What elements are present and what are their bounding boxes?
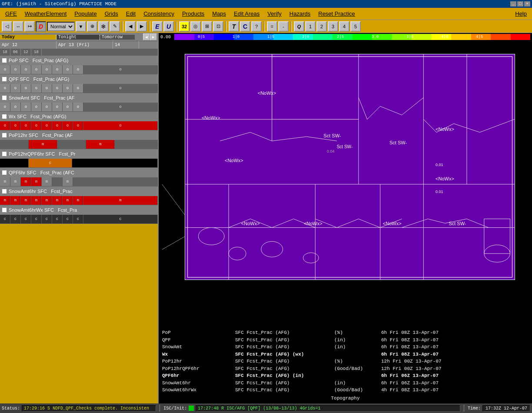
menu-products[interactable]: Products: [179, 10, 208, 18]
qpf-checkbox[interactable]: [2, 77, 7, 82]
snowamt6hrwx-c7: c: [73, 215, 83, 223]
pop12hr-c2: [57, 140, 86, 149]
scale-35: 3|5: [406, 35, 413, 39]
q-btn[interactable]: Q: [294, 21, 304, 32]
pop-cell-6: o: [63, 65, 73, 74]
pop12hrqpf6hr-checkbox[interactable]: [2, 151, 7, 157]
target-btn[interactable]: ⊕: [87, 21, 97, 32]
menu-hazards[interactable]: Hazards: [286, 10, 314, 18]
num4-btn[interactable]: 4: [339, 21, 349, 32]
num3-btn[interactable]: 3: [328, 21, 338, 32]
contour-btn[interactable]: ⊡: [213, 21, 223, 32]
pop12hrqpf6hr-row: PoP12hrQPF6hr SFC Fcst_Pr c: [0, 149, 158, 168]
wx-checkbox[interactable]: [2, 114, 7, 119]
legend-row-pop12hr: PoP12hr SFC Fcst_Prac (AFG) (%) 12h Fri …: [162, 358, 529, 365]
qpf-c0: o: [0, 84, 10, 93]
u-italic-btn[interactable]: U: [163, 21, 174, 32]
legend-snowamt6hrwx-unit: (Good/Bad): [334, 386, 378, 394]
legend-snowamt6hr-time: 6h Fri 06Z 13-Apr-07: [381, 380, 468, 387]
pencil-btn[interactable]: ✎: [110, 21, 120, 32]
snowamt-c2: o: [21, 103, 31, 111]
map-background: <NoWx> <NoWx> <NoWx> Sct SW- Sct SW- 0.0…: [185, 54, 515, 280]
pop12hr-data: m m: [0, 140, 158, 149]
snowamt-c5: o: [52, 103, 63, 111]
pop12hrqpf6hr-data: c: [0, 159, 158, 167]
menu-consistency[interactable]: Consistency: [140, 10, 178, 18]
menu-reset-practice[interactable]: Reset Practice: [315, 10, 359, 18]
num1-btn[interactable]: 1: [305, 21, 316, 32]
pop-cell-5: o: [52, 65, 63, 74]
menu-weatherelement[interactable]: WeatherElement: [21, 10, 70, 18]
titlebar-controls[interactable]: _ □ ×: [510, 1, 530, 7]
nav-right-btn[interactable]: ▶: [136, 21, 147, 32]
pop-cell-7: o: [73, 65, 83, 74]
legend-wx-label: Wx: [162, 351, 232, 358]
snowamt6hrwx-header: SnowAmt6hrWx SFC Fcst_Pra: [0, 205, 158, 215]
date-row: Apr 12 Apr 13 (Fri) 14: [0, 41, 158, 49]
qpf-crest: o: [83, 84, 158, 93]
num5-btn[interactable]: 5: [350, 21, 361, 32]
maximize-btn[interactable]: □: [517, 1, 523, 7]
time-value-box: 17:32Z 12-Apr-07: [482, 405, 530, 412]
legend-qpf6hr-type: SFC Fcst_Prac (AFG) (in): [235, 372, 331, 380]
snowamt6hrwx-checkbox[interactable]: [2, 207, 7, 213]
wx-crest: o: [83, 121, 158, 130]
t-btn[interactable]: T: [229, 21, 239, 32]
pop12hrqpf6hr-header: PoP12hrQPF6hr SFC Fcst_Pr: [0, 149, 158, 159]
wx-c6: o: [63, 121, 73, 130]
main-area: Today Tonight Tomorrow ◀ ▶ Apr 12 Apr 13…: [0, 33, 532, 403]
pan-button[interactable]: ↔: [13, 21, 23, 32]
num2-btn[interactable]: 2: [316, 21, 327, 32]
pop-cell-0: o: [0, 65, 10, 74]
timeline-scroll-right[interactable]: ▶: [150, 33, 157, 40]
toolbar: ◁ ↔ ↦ D Normal ▼ ⊕ ❄ ✎ ◀ ▶ E U 32 ◎ ⊞ ⊡ …: [0, 20, 532, 33]
minus-btn[interactable]: -: [278, 21, 289, 32]
snowamt6hr-header: SnowAmt6hr SFC Fcst_Prac: [0, 187, 158, 196]
mode-select[interactable]: Normal: [47, 22, 75, 31]
legend-snowamt6hr-label: SnowAmt6hr: [162, 380, 232, 387]
question-btn[interactable]: ?: [251, 21, 262, 32]
eq-btn[interactable]: =: [267, 21, 277, 32]
num32-btn[interactable]: 32: [179, 21, 190, 32]
qpf6hr-checkbox[interactable]: [2, 170, 7, 175]
legend-snowamt6hr-unit: (in): [334, 380, 378, 387]
grid-btn[interactable]: ⊞: [202, 21, 212, 32]
menu-verify[interactable]: Verify: [264, 10, 285, 18]
left-panel: Today Tonight Tomorrow ◀ ▶ Apr 12 Apr 13…: [0, 33, 159, 403]
svg-point-13: [198, 227, 224, 245]
legend-snowamt6hrwx-time: 4h Fri 08Z 13-Apr-07: [381, 386, 468, 394]
e-italic-btn[interactable]: E: [152, 21, 163, 32]
menu-edit[interactable]: Edit: [123, 10, 139, 18]
pan-right-button[interactable]: ↦: [24, 21, 35, 32]
back-button[interactable]: ◁: [2, 21, 12, 32]
d-button[interactable]: D: [36, 21, 46, 32]
pop12hr-c3: m: [86, 140, 115, 149]
legend-pop12hr-unit: (%): [334, 358, 378, 365]
status-log-text: 17:29:16 S NDFD_QPF_Checks complete. Inc…: [24, 406, 149, 411]
mode-down-btn[interactable]: ▼: [76, 21, 86, 32]
menu-maps[interactable]: Maps: [209, 10, 229, 18]
snowamt-c7: o: [73, 103, 83, 111]
snowamt-checkbox[interactable]: [2, 95, 7, 100]
close-btn[interactable]: ×: [524, 1, 530, 7]
circle-btn[interactable]: ◎: [190, 21, 201, 32]
pop-cell-rest: o: [83, 65, 158, 74]
menu-grids[interactable]: Grids: [101, 10, 122, 18]
scale-05: 0|5: [198, 35, 205, 39]
minimize-btn[interactable]: _: [510, 1, 516, 7]
nav-left-btn[interactable]: ◀: [125, 21, 136, 32]
pop12hr-checkbox[interactable]: [2, 133, 7, 138]
menu-help[interactable]: Help: [512, 10, 530, 18]
snowflake-btn[interactable]: ❄: [98, 21, 109, 32]
snowamt6hrwx-label: SnowAmt6hrWx SFC Fcst_Pra: [9, 207, 77, 213]
snowamt6hr-c4: m: [42, 196, 52, 205]
legend-qpf6hr-time: 6h Fri 06Z 13-Apr-07: [381, 372, 468, 380]
c-btn[interactable]: C: [240, 21, 250, 32]
snowamt6hr-checkbox[interactable]: [2, 189, 7, 194]
pop-checkbox[interactable]: [2, 58, 7, 63]
timeline-scroll-left[interactable]: ◀: [143, 33, 150, 40]
menu-edit-areas[interactable]: Edit Areas: [230, 10, 263, 18]
menu-populate[interactable]: Populate: [71, 10, 100, 18]
pop-row: PoP SFC Fcst_Prac (AFG) o o o o o o o o …: [0, 56, 158, 74]
menu-gfe[interactable]: GFE: [2, 10, 20, 18]
